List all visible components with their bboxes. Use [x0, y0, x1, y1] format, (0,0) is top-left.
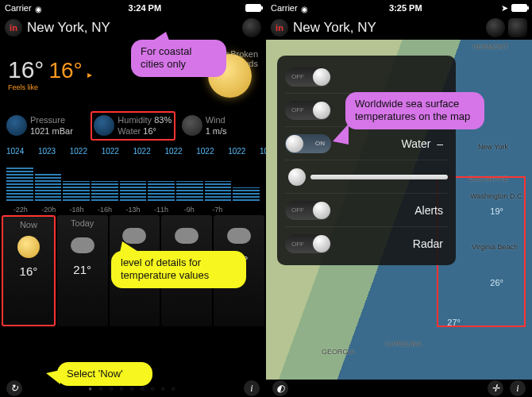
- toggle-row-alerts: OFF Alerts: [285, 194, 448, 227]
- toggle-state-label: OFF: [291, 106, 304, 114]
- chart-point-label: 1023: [38, 147, 56, 156]
- metric-pressure[interactable]: Pressure 1021 mBar: [5, 111, 86, 141]
- date-icon[interactable]: [508, 18, 527, 37]
- chart-tick-label: [232, 206, 260, 214]
- chart-bar: [63, 181, 90, 201]
- pressure-chart[interactable]: 102410231022102210221022102210221021 -22…: [0, 144, 266, 215]
- forecast-weather-icon: [5, 233, 52, 261]
- forecast-weather-icon: [163, 222, 210, 250]
- chart-bar: [6, 168, 33, 201]
- metric-wind[interactable]: Wind 1 m/s: [180, 111, 261, 141]
- toggle-row-water: ON Water –: [285, 127, 448, 160]
- footer-bar: ◐ ✛ i: [266, 380, 532, 397]
- chart-bar: [35, 174, 62, 200]
- slider-track[interactable]: [310, 175, 448, 179]
- callout-detail: level of details for temperature values: [111, 251, 246, 288]
- clock-icon[interactable]: [486, 18, 505, 37]
- battery-icon: [511, 4, 527, 12]
- metric-label: Humidity: [118, 115, 152, 125]
- wifi-icon: [301, 4, 310, 12]
- toggle-state-label: OFF: [291, 73, 304, 80]
- chart-point-label: 1021: [260, 147, 266, 156]
- chart-tick-label: -16h: [91, 206, 118, 214]
- chart-tick-label: -9h: [175, 206, 203, 214]
- slider-knob[interactable]: [288, 168, 306, 186]
- metric-label: Wind: [206, 114, 227, 125]
- chart-point-label: 1024: [6, 147, 24, 156]
- forecast-weather-icon: [215, 222, 263, 250]
- humidity-icon: [94, 115, 114, 136]
- forecast-temp: 16°: [5, 264, 52, 278]
- feels-like-label: Feels like: [8, 83, 92, 91]
- forecast-card[interactable]: Today21°: [57, 215, 108, 326]
- chart-tick-label: -11h: [147, 206, 175, 214]
- detail-slider-row: [285, 160, 448, 194]
- chart-bar: [91, 181, 118, 201]
- city-label[interactable]: New York, NY: [293, 20, 483, 36]
- toggle-row: OFF: [285, 60, 448, 94]
- chart-tick-label: -18h: [63, 206, 91, 214]
- clock-time: 3:25 PM: [310, 3, 501, 13]
- toggle-state-label: OFF: [291, 206, 304, 214]
- toggle-switch[interactable]: ON: [285, 134, 331, 153]
- home-icon[interactable]: in: [271, 19, 288, 37]
- chart-bar: [120, 181, 147, 201]
- chart-point-label: 1022: [133, 147, 151, 156]
- chart-tick-label: -22h: [6, 206, 34, 214]
- chart-bar: [176, 181, 203, 201]
- toggle-row-radar: OFF Radar: [285, 227, 448, 260]
- toggle-switch[interactable]: OFF: [285, 234, 331, 253]
- chart-point-label: 1022: [196, 147, 214, 156]
- toggle-switch[interactable]: OFF: [285, 67, 331, 87]
- layers-icon[interactable]: ◐: [272, 380, 288, 396]
- info-icon[interactable]: i: [510, 380, 526, 396]
- callout-sst: Worldwide sea surface temperatures on th…: [345, 92, 484, 129]
- chart-tick-label: -20h: [34, 206, 62, 214]
- locate-icon[interactable]: ✛: [488, 380, 503, 396]
- metrics-row: Pressure 1021 mBar Humidity 83% Water 16…: [0, 108, 266, 144]
- temp-feels-like: 16°: [48, 58, 82, 83]
- wind-icon: [182, 115, 202, 136]
- phone-left: Carrier 3:24 PM in New York, NY 16° 16° …: [0, 0, 266, 397]
- layers-panel[interactable]: OFF OFF ON Water – OFF Alerts OFF Rad: [277, 56, 456, 265]
- callout-coastal: For coastal cities only: [131, 40, 226, 77]
- forecast-day-label: Now: [5, 220, 52, 229]
- chevron-right-icon: ▸: [87, 69, 92, 80]
- wifi-icon: [35, 4, 44, 12]
- action-icon[interactable]: ↻: [6, 380, 22, 396]
- toggle-label: Alerts: [331, 204, 448, 217]
- map-region-label: GEORGIA: [322, 348, 355, 356]
- temp-actual: 16°: [8, 56, 44, 83]
- clock-icon[interactable]: [242, 18, 261, 37]
- home-icon[interactable]: in: [5, 19, 22, 37]
- toggle-switch[interactable]: OFF: [285, 101, 331, 120]
- sea-temp-label: 27°: [447, 318, 461, 327]
- info-icon[interactable]: i: [244, 380, 260, 396]
- clock-time: 3:24 PM: [44, 3, 245, 13]
- callout-now: Select 'Now': [57, 362, 152, 386]
- forecast-day-label: Today: [59, 218, 106, 228]
- toggle-switch[interactable]: OFF: [285, 201, 331, 220]
- forecast-card[interactable]: Now16°: [2, 215, 56, 326]
- city-label[interactable]: New York, NY: [27, 20, 239, 36]
- metric-humidity-water[interactable]: Humidity 83% Water 16°: [91, 111, 175, 141]
- toggle-label: Water –: [331, 137, 448, 150]
- map-city-label: New York: [478, 143, 508, 151]
- metric-label: Water: [118, 126, 141, 136]
- carrier-label: Carrier: [5, 3, 32, 13]
- toggle-state-label: OFF: [291, 241, 304, 248]
- toggle-label: Radar: [331, 237, 448, 250]
- status-bar: Carrier 3:25 PM ➤: [266, 0, 532, 16]
- metric-value: 83%: [154, 115, 172, 125]
- chart-tick-label: -7h: [203, 206, 231, 214]
- metric-value: 1021 mBar: [30, 125, 73, 137]
- chart-point-label: 1022: [228, 147, 245, 156]
- pressure-icon: [6, 115, 27, 136]
- chart-bar: [205, 181, 232, 201]
- location-icon: ➤: [501, 3, 508, 13]
- chart-bar: [233, 187, 260, 201]
- metric-label: Pressure: [30, 114, 73, 125]
- map-region-label: VERMONT: [472, 43, 508, 51]
- forecast-temp: 21°: [59, 263, 106, 276]
- sea-temp-label: 26°: [490, 278, 503, 287]
